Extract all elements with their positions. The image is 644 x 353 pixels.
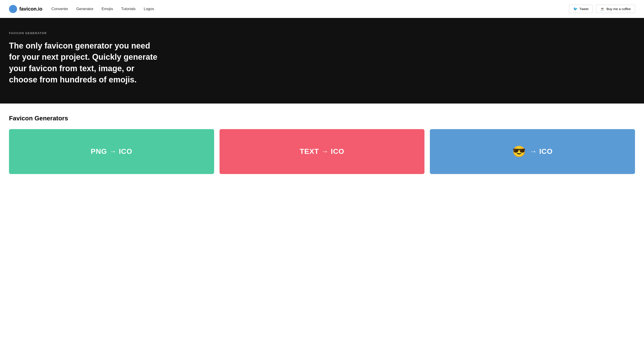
sunglasses-emoji: 😎 [512,145,526,158]
coffee-icon: ☕ [600,7,605,11]
nav-links: Converter Generator Emojis Tutorials Log… [52,7,569,11]
tweet-button-label: Tweet [580,7,588,11]
card-emoji-to-ico[interactable]: 😎 → ICO [430,129,635,174]
hero-eyebrow: FAVICON GENERATOR [9,31,635,35]
nav-link-generator[interactable]: Generator [76,7,94,11]
card-png-to-ico[interactable]: PNG → ICO [9,129,214,174]
nav-link-converter[interactable]: Converter [52,7,68,11]
twitter-icon: 🐦 [573,7,578,11]
tweet-button[interactable]: 🐦 Tweet [569,5,593,13]
hero-section: FAVICON GENERATOR The only favicon gener… [0,18,644,103]
logo-text: favicon.io [19,6,42,12]
navbar: favicon.io Converter Generator Emojis Tu… [0,0,644,18]
nav-link-emojis[interactable]: Emojis [102,7,113,11]
site-logo[interactable]: favicon.io [9,5,42,13]
hero-title: The only favicon generator you need for … [9,40,162,85]
nav-actions: 🐦 Tweet ☕ Buy me a coffee [569,5,635,13]
main-content: Favicon Generators PNG → ICO TEXT → ICO … [0,103,644,185]
card-text-to-ico[interactable]: TEXT → ICO [220,129,425,174]
cards-grid: PNG → ICO TEXT → ICO 😎 → ICO [9,129,635,174]
nav-link-tutorials[interactable]: Tutorials [121,7,136,11]
nav-link-logos[interactable]: Logos [144,7,154,11]
buy-coffee-button[interactable]: ☕ Buy me a coffee [596,5,635,13]
logo-circle-icon [9,5,17,13]
card-png-label: PNG → ICO [91,147,132,156]
card-text-label: TEXT → ICO [300,147,344,156]
buy-coffee-label: Buy me a coffee [606,7,631,11]
section-title: Favicon Generators [9,115,635,122]
card-emoji-label: 😎 → ICO [512,145,553,158]
